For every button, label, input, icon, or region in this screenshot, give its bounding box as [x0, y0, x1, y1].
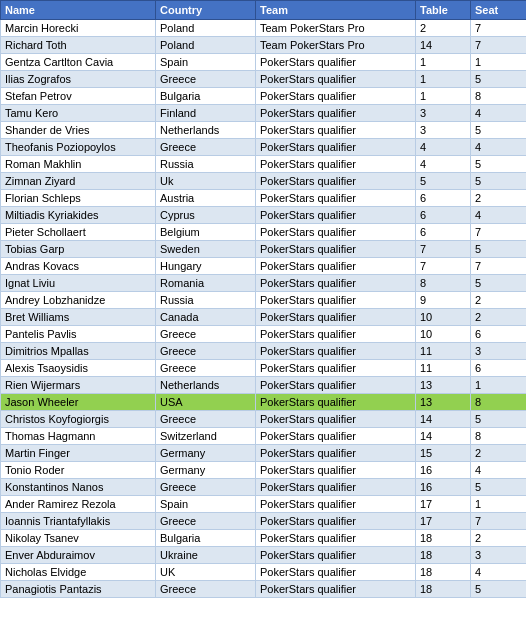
cell-name: Richard Toth: [1, 37, 156, 54]
cell-name: Enver Abduraimov: [1, 547, 156, 564]
cell-name: Ioannis Triantafyllakis: [1, 513, 156, 530]
table-row: Thomas HagmannSwitzerlandPokerStars qual…: [1, 428, 527, 445]
cell-team: PokerStars qualifier: [256, 513, 416, 530]
cell-name: Zimnan Ziyard: [1, 173, 156, 190]
tournament-table: Name Country Team Table Seat Marcin Hore…: [0, 0, 526, 598]
cell-country: Greece: [156, 513, 256, 530]
cell-name: Dimitrios Mpallas: [1, 343, 156, 360]
cell-country: Finland: [156, 105, 256, 122]
cell-name: Stefan Petrov: [1, 88, 156, 105]
cell-team: PokerStars qualifier: [256, 479, 416, 496]
cell-seat: 5: [471, 581, 527, 598]
cell-seat: 7: [471, 20, 527, 37]
cell-name: Andrey Lobzhanidze: [1, 292, 156, 309]
cell-table: 14: [416, 428, 471, 445]
cell-name: Roman Makhlin: [1, 156, 156, 173]
cell-table: 13: [416, 377, 471, 394]
cell-country: Germany: [156, 445, 256, 462]
cell-team: PokerStars qualifier: [256, 241, 416, 258]
cell-name: Tamu Kero: [1, 105, 156, 122]
cell-team: PokerStars qualifier: [256, 564, 416, 581]
table-row: Tamu KeroFinlandPokerStars qualifier34: [1, 105, 527, 122]
cell-seat: 5: [471, 122, 527, 139]
table-row: Ignat LiviuRomaniaPokerStars qualifier85: [1, 275, 527, 292]
cell-table: 16: [416, 479, 471, 496]
cell-seat: 8: [471, 428, 527, 445]
cell-table: 1: [416, 88, 471, 105]
table-row: Martin FingerGermanyPokerStars qualifier…: [1, 445, 527, 462]
table-row: Rien WijermarsNetherlandsPokerStars qual…: [1, 377, 527, 394]
cell-seat: 2: [471, 190, 527, 207]
cell-country: Hungary: [156, 258, 256, 275]
cell-table: 3: [416, 122, 471, 139]
cell-country: Greece: [156, 479, 256, 496]
cell-team: PokerStars qualifier: [256, 377, 416, 394]
cell-table: 11: [416, 343, 471, 360]
cell-table: 10: [416, 309, 471, 326]
cell-seat: 6: [471, 326, 527, 343]
table-row: Gentza Cartlton CaviaSpainPokerStars qua…: [1, 54, 527, 71]
cell-seat: 5: [471, 173, 527, 190]
header-name: Name: [1, 1, 156, 20]
cell-name: Ilias Zografos: [1, 71, 156, 88]
cell-country: Romania: [156, 275, 256, 292]
cell-country: Greece: [156, 411, 256, 428]
cell-name: Konstantinos Nanos: [1, 479, 156, 496]
cell-team: PokerStars qualifier: [256, 156, 416, 173]
cell-seat: 2: [471, 309, 527, 326]
cell-country: Canada: [156, 309, 256, 326]
cell-table: 15: [416, 445, 471, 462]
cell-name: Panagiotis Pantazis: [1, 581, 156, 598]
table-row: Theofanis PoziopoylosGreecePokerStars qu…: [1, 139, 527, 156]
cell-team: PokerStars qualifier: [256, 139, 416, 156]
cell-country: Ukraine: [156, 547, 256, 564]
cell-country: Greece: [156, 581, 256, 598]
cell-country: Germany: [156, 462, 256, 479]
cell-name: Miltiadis Kyriakides: [1, 207, 156, 224]
cell-table: 16: [416, 462, 471, 479]
table-row: Roman MakhlinRussiaPokerStars qualifier4…: [1, 156, 527, 173]
table-row: Enver AbduraimovUkrainePokerStars qualif…: [1, 547, 527, 564]
cell-name: Thomas Hagmann: [1, 428, 156, 445]
cell-name: Andras Kovacs: [1, 258, 156, 275]
cell-country: Poland: [156, 20, 256, 37]
cell-country: Russia: [156, 156, 256, 173]
cell-table: 6: [416, 190, 471, 207]
cell-team: PokerStars qualifier: [256, 275, 416, 292]
cell-seat: 1: [471, 54, 527, 71]
cell-team: PokerStars qualifier: [256, 122, 416, 139]
table-row: Pieter SchollaertBelgiumPokerStars quali…: [1, 224, 527, 241]
header-seat: Seat: [471, 1, 527, 20]
cell-seat: 7: [471, 37, 527, 54]
cell-team: PokerStars qualifier: [256, 462, 416, 479]
cell-table: 10: [416, 326, 471, 343]
table-row: Andrey LobzhanidzeRussiaPokerStars quali…: [1, 292, 527, 309]
cell-table: 5: [416, 173, 471, 190]
cell-table: 18: [416, 564, 471, 581]
cell-country: Spain: [156, 496, 256, 513]
table-row: Dimitrios MpallasGreecePokerStars qualif…: [1, 343, 527, 360]
cell-table: 2: [416, 20, 471, 37]
table-row: Ilias ZografosGreecePokerStars qualifier…: [1, 71, 527, 88]
cell-table: 7: [416, 241, 471, 258]
cell-country: Cyprus: [156, 207, 256, 224]
cell-table: 6: [416, 207, 471, 224]
cell-name: Ignat Liviu: [1, 275, 156, 292]
cell-table: 4: [416, 139, 471, 156]
cell-seat: 5: [471, 411, 527, 428]
cell-table: 13: [416, 394, 471, 411]
cell-seat: 5: [471, 275, 527, 292]
cell-table: 17: [416, 513, 471, 530]
cell-country: Sweden: [156, 241, 256, 258]
cell-country: Greece: [156, 343, 256, 360]
cell-table: 9: [416, 292, 471, 309]
table-row: Tonio RoderGermanyPokerStars qualifier16…: [1, 462, 527, 479]
cell-seat: 3: [471, 547, 527, 564]
cell-team: PokerStars qualifier: [256, 360, 416, 377]
cell-seat: 4: [471, 564, 527, 581]
cell-seat: 5: [471, 156, 527, 173]
cell-team: PokerStars qualifier: [256, 54, 416, 71]
cell-country: Belgium: [156, 224, 256, 241]
cell-name: Rien Wijermars: [1, 377, 156, 394]
table-row: Richard TothPolandTeam PokerStars Pro147: [1, 37, 527, 54]
